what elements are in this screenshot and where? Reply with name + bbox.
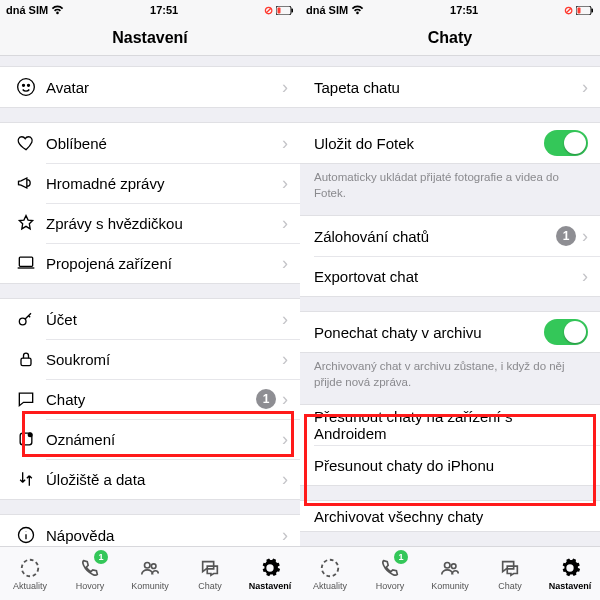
people-icon — [138, 556, 162, 580]
tab-nastaveni[interactable]: Nastavení — [540, 547, 600, 600]
row-chats[interactable]: Chaty 1 › — [0, 379, 300, 419]
screen-settings: dná SIM 17:51 ⊘ Nastavení Avatar › — [0, 0, 300, 600]
row-label: Úložiště a data — [38, 471, 282, 488]
gear-icon — [558, 556, 582, 580]
row-wallpaper[interactable]: Tapeta chatu › — [300, 67, 600, 107]
chats-icon — [498, 556, 522, 580]
people-icon — [438, 556, 462, 580]
key-icon — [14, 309, 38, 329]
row-help[interactable]: Nápověda › — [0, 515, 300, 546]
tab-hovory[interactable]: 1 Hovory — [60, 547, 120, 600]
row-label: Chaty — [38, 391, 256, 408]
settings-list: Avatar › Oblíbené › Hromadné zprávy › — [0, 56, 300, 546]
svg-point-3 — [18, 79, 35, 96]
wifi-icon — [51, 5, 64, 15]
tab-aktuality[interactable]: Aktuality — [0, 547, 60, 600]
svg-rect-2 — [278, 7, 281, 13]
wifi-icon — [351, 5, 364, 15]
tab-hovory[interactable]: 1 Hovory — [360, 547, 420, 600]
status-ring-icon — [18, 556, 42, 580]
tab-nastaveni[interactable]: Nastavení — [240, 547, 300, 600]
svg-rect-17 — [578, 7, 581, 13]
star-icon — [14, 213, 38, 233]
row-label: Tapeta chatu — [314, 79, 582, 96]
chevron-right-icon: › — [282, 309, 288, 330]
battery-icon — [276, 6, 294, 15]
svg-point-13 — [145, 563, 151, 569]
chevron-right-icon: › — [282, 173, 288, 194]
badge-count: 1 — [556, 226, 576, 246]
status-bar: dná SIM 17:51 ⊘ — [0, 0, 300, 20]
row-favorites[interactable]: Oblíbené › — [0, 123, 300, 163]
tab-label: Chaty — [198, 581, 222, 591]
tab-bar: Aktuality 1 Hovory Komunity Chaty Nastav… — [0, 546, 300, 600]
tab-label: Aktuality — [313, 581, 347, 591]
row-label: Nápověda — [38, 527, 282, 544]
svg-point-18 — [322, 560, 339, 577]
data-transfer-icon — [14, 469, 38, 489]
tab-label: Nastavení — [249, 581, 292, 591]
tab-chaty[interactable]: Chaty — [180, 547, 240, 600]
svg-rect-8 — [21, 358, 31, 366]
status-ring-icon — [318, 556, 342, 580]
tab-label: Hovory — [376, 581, 405, 591]
chats-icon — [198, 556, 222, 580]
chevron-right-icon: › — [282, 253, 288, 274]
tab-komunity[interactable]: Komunity — [420, 547, 480, 600]
chevron-right-icon: › — [282, 469, 288, 490]
tab-chaty[interactable]: Chaty — [480, 547, 540, 600]
row-save-photos[interactable]: Uložit do Fotek — [300, 123, 600, 163]
row-storage[interactable]: Úložiště a data › — [0, 459, 300, 499]
chevron-right-icon: › — [582, 77, 588, 98]
row-label: Účet — [38, 311, 282, 328]
row-label: Přesunout chaty do iPhonu — [314, 457, 588, 474]
row-label: Hromadné zprávy — [38, 175, 282, 192]
tab-label: Aktuality — [13, 581, 47, 591]
row-keep-archived[interactable]: Ponechat chaty v archivu — [300, 312, 600, 352]
row-avatar[interactable]: Avatar › — [0, 67, 300, 107]
tab-label: Nastavení — [549, 581, 592, 591]
chevron-right-icon: › — [282, 133, 288, 154]
row-broadcast[interactable]: Hromadné zprávy › — [0, 163, 300, 203]
info-icon — [14, 525, 38, 545]
row-move-android[interactable]: Přesunout chaty na zařízení s Androidem — [300, 405, 600, 445]
row-label: Avatar — [38, 79, 282, 96]
svg-point-20 — [451, 564, 456, 569]
row-privacy[interactable]: Soukromí › — [0, 339, 300, 379]
row-starred[interactable]: Zprávy s hvězdičkou › — [0, 203, 300, 243]
chat-bubble-icon — [14, 389, 38, 409]
row-export[interactable]: Exportovat chat › — [300, 256, 600, 296]
svg-point-19 — [445, 563, 451, 569]
row-archive-all[interactable]: Archivovat všechny chaty — [300, 501, 600, 531]
row-account[interactable]: Účet › — [0, 299, 300, 339]
tab-badge: 1 — [94, 550, 108, 564]
note-keep-archived: Archivovaný chat v archivu zůstane, i kd… — [300, 353, 600, 398]
chats-settings-list: Tapeta chatu › Uložit do Fotek Automatic… — [300, 56, 600, 546]
tab-aktuality[interactable]: Aktuality — [300, 547, 360, 600]
row-label: Propojená zařízení — [38, 255, 282, 272]
row-label: Archivovat všechny chaty — [314, 508, 588, 525]
tab-komunity[interactable]: Komunity — [120, 547, 180, 600]
app-icon — [14, 429, 38, 449]
row-linked-devices[interactable]: Propojená zařízení › — [0, 243, 300, 283]
megaphone-icon — [14, 173, 38, 193]
svg-point-4 — [23, 84, 25, 86]
tab-bar: Aktuality 1 Hovory Komunity Chaty Nastav… — [300, 546, 600, 600]
svg-point-5 — [28, 84, 30, 86]
toggle-save-photos[interactable] — [544, 130, 588, 156]
chevron-right-icon: › — [582, 266, 588, 287]
chevron-right-icon: › — [582, 226, 588, 247]
carrier-label: dná SIM — [306, 4, 348, 16]
alert-icon: ⊘ — [264, 4, 273, 17]
tab-label: Chaty — [498, 581, 522, 591]
chevron-right-icon: › — [282, 77, 288, 98]
row-notifications[interactable]: Oznámení › — [0, 419, 300, 459]
svg-point-14 — [151, 564, 156, 569]
tab-label: Hovory — [76, 581, 105, 591]
toggle-keep-archived[interactable] — [544, 319, 588, 345]
avatar-icon — [14, 77, 38, 97]
row-backup[interactable]: Zálohování chatů 1 › — [300, 216, 600, 256]
row-label: Zprávy s hvězdičkou — [38, 215, 282, 232]
row-move-iphone[interactable]: Přesunout chaty do iPhonu — [300, 445, 600, 485]
screen-chats-settings: dná SIM 17:51 ⊘ Chaty Tapeta chatu › Ulo… — [300, 0, 600, 600]
